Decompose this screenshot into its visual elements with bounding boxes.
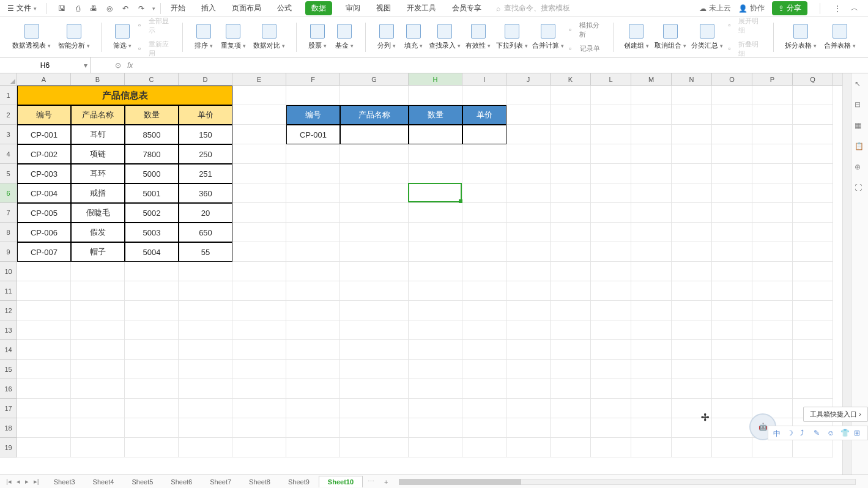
cell-I6[interactable] [462,183,506,203]
cell-M17[interactable] [631,399,672,418]
col-header-P[interactable]: P [752,73,793,85]
ribbon-查找录入[interactable]: 查找录入 ▾ [427,21,464,53]
ribbon-合并计算[interactable]: 合并计算 ▾ [530,21,566,53]
fx-label[interactable]: fx [127,61,133,70]
cell-Q11[interactable] [793,281,833,301]
cell-E4[interactable] [232,144,286,164]
ribbon-重复项[interactable]: 重复项 ▾ [217,21,250,53]
sheet-tab-Sheet5[interactable]: Sheet5 [123,476,162,487]
cell-G13[interactable] [340,320,409,340]
row-header-10[interactable]: 10 [0,262,17,281]
col-header-B[interactable]: B [71,73,125,85]
cell-O14[interactable] [712,340,752,360]
row-header-5[interactable]: 5 [0,164,17,183]
cell-E12[interactable] [232,301,286,320]
cell-C8[interactable]: 5003 [125,223,179,242]
cell-J10[interactable] [506,262,551,281]
cell-H2[interactable]: 数量 [409,105,462,125]
cell-G11[interactable] [340,281,409,301]
formula-input[interactable] [139,61,751,70]
cell-I1[interactable] [462,86,506,105]
cell-P9[interactable] [752,242,793,262]
cell-N6[interactable] [672,183,712,203]
cell-Q15[interactable] [793,360,833,379]
prev-sheet-icon[interactable]: ◂ [17,478,20,486]
ribbon-创建组[interactable]: 创建组 ▾ [621,21,651,53]
cell-I17[interactable] [462,399,506,418]
cell-A4[interactable]: CP-002 [17,144,71,164]
sheet-tab-Sheet8[interactable]: Sheet8 [240,476,280,487]
sheet-tab-Sheet9[interactable]: Sheet9 [280,476,319,487]
cell-B4[interactable]: 项链 [71,144,125,164]
cell-Q14[interactable] [793,340,833,360]
cell-L2[interactable] [591,105,631,125]
collapse-ribbon-icon[interactable]: ︿ [850,4,859,13]
cell-M9[interactable] [631,242,672,262]
cell-O12[interactable] [712,301,752,320]
cell-O1[interactable] [712,86,752,105]
save-icon[interactable]: 🖫 [57,4,67,13]
ribbon-基金[interactable]: 基金 ▾ [331,21,358,53]
cell-M18[interactable] [631,418,672,438]
cell-N4[interactable] [672,144,712,164]
cell-J18[interactable] [506,418,551,438]
cell-F8[interactable] [286,223,340,242]
col-header-M[interactable]: M [631,73,672,85]
cell-P6[interactable] [752,183,793,203]
cell-E6[interactable] [232,183,286,203]
cell-F6[interactable] [286,183,340,203]
cell-N16[interactable] [672,379,712,399]
tab-开发工具[interactable]: 开发工具 [404,1,439,15]
col-header-G[interactable]: G [340,73,409,85]
cell-L11[interactable] [591,281,631,301]
cell-O6[interactable] [712,183,752,203]
cell-K9[interactable] [551,242,591,262]
cell-L4[interactable] [591,144,631,164]
cell-G17[interactable] [340,399,409,418]
cell-E9[interactable] [232,242,286,262]
cell-D5[interactable]: 251 [179,164,232,183]
cell-J16[interactable] [506,379,551,399]
cell-K13[interactable] [551,320,591,340]
row-header-1[interactable]: 1 [0,86,17,105]
cell-L15[interactable] [591,360,631,379]
cell-C2[interactable]: 数量 [125,105,179,125]
cell-G12[interactable] [340,301,409,320]
cell-H6[interactable] [409,183,462,203]
ribbon-筛选[interactable]: 筛选 ▾ [109,21,136,53]
cell-J5[interactable] [506,164,551,183]
cell-E19[interactable] [232,438,286,457]
ribbon-记录单[interactable]: ▫记录单 [566,43,606,54]
cell-K3[interactable] [551,125,591,144]
ribbon-分列[interactable]: 分列 ▾ [373,21,400,53]
cell-L14[interactable] [591,340,631,360]
sheet-more-icon[interactable]: ⋯ [363,478,379,486]
ribbon-数据对比[interactable]: 数据对比 ▾ [250,21,289,53]
cell-O17[interactable] [712,399,752,418]
cell-M4[interactable] [631,144,672,164]
sheet-tab-Sheet7[interactable]: Sheet7 [201,476,240,487]
cell-B8[interactable]: 假发 [71,223,125,242]
mini-icon[interactable]: ⤴ [800,429,809,437]
cell-Q13[interactable] [793,320,833,340]
cell-O19[interactable] [712,438,752,457]
col-header-D[interactable]: D [179,73,232,85]
file-menu[interactable]: ☰ 文件 ▾ [2,3,42,13]
cell-O10[interactable] [712,262,752,281]
cell-J1[interactable] [506,86,551,105]
cell-E1[interactable] [232,86,286,105]
cell-N11[interactable] [672,281,712,301]
cell-B12[interactable] [71,301,125,320]
cell-I13[interactable] [462,320,506,340]
cell-J2[interactable] [506,105,551,125]
row-header-9[interactable]: 9 [0,242,17,262]
col-header-J[interactable]: J [506,73,551,85]
ribbon-智能分析[interactable]: 智能分析 ▾ [54,21,94,53]
ribbon-数据透视表[interactable]: 数据透视表 ▾ [9,21,54,53]
redo-icon[interactable]: ↷ [136,4,146,13]
cell-H4[interactable] [409,144,462,164]
cell-F2[interactable]: 编号 [286,105,340,125]
cell-L5[interactable] [591,164,631,183]
cell-G2[interactable]: 产品名称 [340,105,409,125]
cell-A3[interactable]: CP-001 [17,125,71,144]
